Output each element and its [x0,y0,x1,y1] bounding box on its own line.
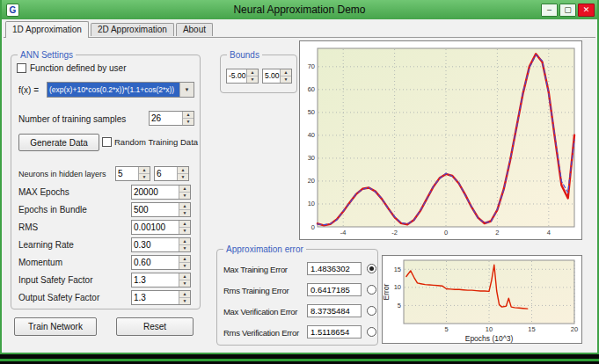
spin-up-icon[interactable]: ▲ [183,112,194,119]
spin-up-icon[interactable]: ▲ [247,69,258,76]
window-title: Neural Approximation Demo [2,4,597,16]
epochs-in-bundle-spinner[interactable]: 500 ▲▼ [131,202,191,217]
spinner-buttons[interactable]: ▲▼ [179,238,190,251]
spin-down-icon[interactable]: ▼ [281,76,291,83]
reset-button[interactable]: Reset [116,317,194,336]
spinner-buttons[interactable]: ▲▼ [182,112,194,125]
spin-up-icon[interactable]: ▲ [179,238,190,245]
rms-verification-error-radio[interactable] [367,327,376,337]
neurons-layer2-spinner[interactable]: 6 ▲▼ [154,166,189,181]
spinner-buttons[interactable]: ▲▼ [179,273,190,287]
tab-1d-approximation[interactable]: 1D Approximation [5,21,89,38]
svg-text:20: 20 [571,325,578,333]
spin-up-icon[interactable]: ▲ [281,69,291,76]
spin-down-icon[interactable]: ▼ [247,76,258,83]
svg-text:10: 10 [486,325,493,333]
rms-value: 0.00100 [132,221,179,234]
app-icon: G [6,4,19,17]
svg-text:20: 20 [308,177,315,185]
learning-rate-spinner[interactable]: 0.30 ▲▼ [131,237,191,252]
svg-text:Error: Error [383,283,391,300]
spin-down-icon[interactable]: ▼ [139,174,150,180]
epochs-in-bundle-label: Epochs in Bundle [18,205,87,215]
train-network-button[interactable]: Train Network [14,317,97,336]
ann-settings-title: ANN Settings [18,49,76,61]
max-verification-error-radio[interactable] [367,306,376,316]
spin-up-icon[interactable]: ▲ [179,291,190,298]
spinner-buttons[interactable]: ▲▼ [246,69,258,83]
samples-value: 26 [150,112,182,125]
spin-down-icon[interactable]: ▼ [179,193,190,199]
tab-about[interactable]: About [176,23,213,36]
spinner-buttons[interactable]: ▲▼ [280,69,291,83]
tab-strip: 1D Approximation 2D Approximation About [4,21,213,38]
rms-training-error-label: Rms Training Error [223,286,289,295]
approximation-error-title: Approximation error [223,244,306,255]
spinner-buttons[interactable]: ▲▼ [179,221,190,234]
bounds-group: Bounds -5.00 ▲▼ 5.00 ▲▼ [220,55,297,93]
close-button[interactable]: ✕ [578,4,595,17]
spin-up-icon[interactable]: ▲ [179,221,190,228]
random-training-data-checkbox[interactable]: Random Training Data [102,137,198,147]
svg-text:5: 5 [398,302,401,309]
combo-dropdown-icon[interactable]: ▼ [179,83,194,97]
checkbox-box-icon[interactable] [17,63,26,73]
error-chart: 510152051015Epochs (10^3)Error [383,256,581,343]
lower-bound-value: -5.00 [227,69,246,83]
samples-spinner[interactable]: 26 ▲▼ [149,111,194,126]
input-safety-factor-spinner[interactable]: 1.3 ▲▼ [131,273,191,288]
minimize-button[interactable]: – [541,4,558,17]
lower-bound-spinner[interactable]: -5.00 ▲▼ [226,69,259,84]
fx-combobox[interactable]: (exp(x)+10*cos(0.2*x))*(1.1+cos(2*x)) ▼ [47,82,194,98]
max-epochs-value: 20000 [132,186,179,199]
spin-down-icon[interactable]: ▼ [179,245,190,251]
function-chart: -4-2024010203040506070 [300,41,581,239]
svg-text:15: 15 [528,325,535,333]
svg-text:0: 0 [444,229,448,237]
checkbox-box-icon[interactable] [102,137,112,147]
spinner-buttons[interactable]: ▲▼ [138,167,150,180]
window-controls: – ▢ ✕ [541,4,595,17]
svg-text:0: 0 [311,223,315,231]
generate-data-button[interactable]: Generate Data [18,134,99,151]
spinner-buttons[interactable]: ▲▼ [179,256,190,269]
spin-down-icon[interactable]: ▼ [179,263,190,269]
output-safety-factor-spinner[interactable]: 1.3 ▲▼ [131,290,191,305]
spinner-buttons[interactable]: ▲▼ [179,203,190,216]
spin-down-icon[interactable]: ▼ [179,298,190,304]
spin-up-icon[interactable]: ▲ [179,256,190,263]
svg-text:Epochs (10^3): Epochs (10^3) [465,334,514,343]
rms-verification-error-label: Rms Verification Error [223,328,299,338]
bounds-title: Bounds [227,49,262,61]
svg-text:10: 10 [308,200,315,207]
spin-up-icon[interactable]: ▲ [179,273,190,280]
max-epochs-spinner[interactable]: 20000 ▲▼ [131,185,191,200]
neurons-layer1-spinner[interactable]: 5 ▲▼ [115,166,150,181]
tab-2d-approximation[interactable]: 2D Approximation [91,23,174,36]
momentum-spinner[interactable]: 0.60 ▲▼ [131,255,191,270]
spin-up-icon[interactable]: ▲ [179,203,190,210]
spin-down-icon[interactable]: ▼ [179,280,190,287]
max-training-error-radio[interactable] [367,264,376,273]
spin-down-icon[interactable]: ▼ [183,119,194,125]
spin-down-icon[interactable]: ▼ [178,174,188,180]
learning-rate-label: Learning Rate [18,240,74,250]
spinner-buttons[interactable]: ▲▼ [177,167,188,180]
spin-down-icon[interactable]: ▼ [179,210,190,216]
spinner-buttons[interactable]: ▲▼ [179,291,190,304]
spin-up-icon[interactable]: ▲ [179,186,190,193]
spin-down-icon[interactable]: ▼ [179,228,190,234]
max-epochs-label: MAX Epochs [18,187,69,197]
function-defined-checkbox[interactable]: Function defined by user [17,63,127,73]
rms-training-error-radio[interactable] [367,285,376,295]
maximize-button[interactable]: ▢ [559,4,576,17]
svg-text:-2: -2 [391,229,398,237]
upper-bound-spinner[interactable]: 5.00 ▲▼ [262,69,292,84]
spin-up-icon[interactable]: ▲ [139,167,150,174]
spinner-buttons[interactable]: ▲▼ [179,186,190,199]
momentum-label: Momentum [18,258,62,267]
neurons-layer2-value: 6 [155,167,177,180]
rms-spinner[interactable]: 0.00100 ▲▼ [131,220,191,235]
learning-rate-value: 0.30 [132,238,179,251]
spin-up-icon[interactable]: ▲ [178,167,188,174]
